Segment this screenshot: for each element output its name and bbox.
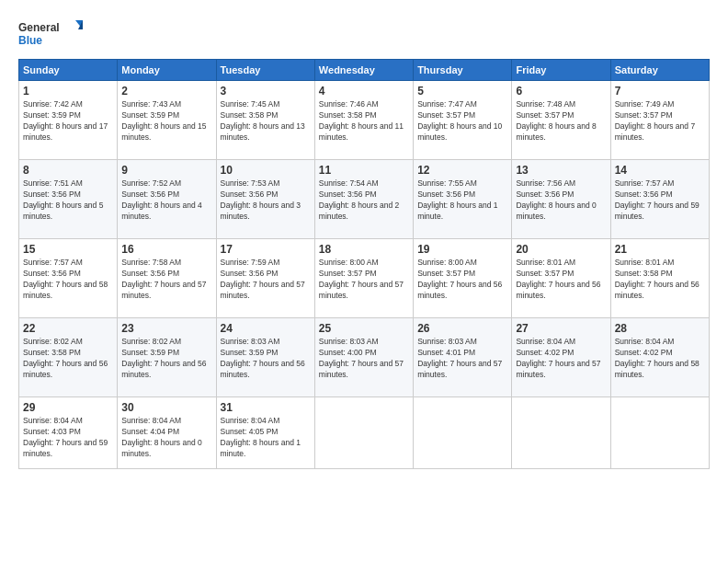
day-number: 31	[221, 401, 311, 414]
day-number: 23	[121, 322, 211, 335]
calendar-cell: 21Sunrise: 8:01 AMSunset: 3:58 PMDayligh…	[610, 239, 709, 318]
day-number: 21	[615, 243, 705, 256]
day-info: Sunrise: 8:04 AMSunset: 4:03 PMDaylight:…	[23, 416, 113, 460]
calendar-cell	[414, 397, 512, 469]
day-info: Sunrise: 8:03 AMSunset: 3:59 PMDaylight:…	[221, 337, 311, 381]
calendar-cell: 10Sunrise: 7:53 AMSunset: 3:56 PMDayligh…	[216, 160, 314, 239]
day-info: Sunrise: 7:42 AMSunset: 3:59 PMDaylight:…	[23, 99, 113, 144]
day-number: 6	[516, 85, 606, 98]
calendar-cell: 5Sunrise: 7:47 AMSunset: 3:57 PMDaylight…	[414, 81, 512, 160]
day-number: 28	[615, 322, 705, 335]
day-number: 13	[516, 164, 606, 177]
day-number: 27	[516, 322, 606, 335]
calendar-cell: 17Sunrise: 7:59 AMSunset: 3:56 PMDayligh…	[216, 239, 314, 318]
day-info: Sunrise: 7:52 AMSunset: 3:56 PMDaylight:…	[121, 178, 211, 223]
day-number: 20	[516, 243, 606, 256]
day-info: Sunrise: 7:57 AMSunset: 3:56 PMDaylight:…	[23, 258, 113, 302]
day-info: Sunrise: 8:02 AMSunset: 3:58 PMDaylight:…	[23, 337, 113, 381]
calendar-cell: 4Sunrise: 7:46 AMSunset: 3:58 PMDaylight…	[314, 81, 413, 160]
weekday-monday: Monday	[118, 60, 216, 81]
day-info: Sunrise: 8:04 AMSunset: 4:05 PMDaylight:…	[221, 416, 311, 460]
calendar-week-1: 1Sunrise: 7:42 AMSunset: 3:59 PMDaylight…	[19, 81, 710, 160]
calendar-cell: 20Sunrise: 8:01 AMSunset: 3:57 PMDayligh…	[512, 239, 610, 318]
calendar-week-4: 22Sunrise: 8:02 AMSunset: 3:58 PMDayligh…	[19, 318, 710, 397]
calendar-cell: 19Sunrise: 8:00 AMSunset: 3:57 PMDayligh…	[414, 239, 512, 318]
day-info: Sunrise: 8:00 AMSunset: 3:57 PMDaylight:…	[319, 258, 409, 302]
day-info: Sunrise: 8:04 AMSunset: 4:02 PMDaylight:…	[615, 337, 705, 381]
calendar-cell: 28Sunrise: 8:04 AMSunset: 4:02 PMDayligh…	[610, 318, 709, 397]
day-info: Sunrise: 7:46 AMSunset: 3:58 PMDaylight:…	[319, 99, 409, 144]
day-info: Sunrise: 7:53 AMSunset: 3:56 PMDaylight:…	[221, 178, 311, 223]
day-info: Sunrise: 7:56 AMSunset: 3:56 PMDaylight:…	[516, 178, 606, 223]
weekday-wednesday: Wednesday	[314, 60, 413, 81]
calendar-cell: 3Sunrise: 7:45 AMSunset: 3:58 PMDaylight…	[216, 81, 314, 160]
day-number: 24	[221, 322, 311, 335]
day-number: 9	[121, 164, 211, 177]
calendar-week-3: 15Sunrise: 7:57 AMSunset: 3:56 PMDayligh…	[19, 239, 710, 318]
day-number: 3	[221, 85, 311, 98]
day-number: 30	[121, 401, 211, 414]
day-info: Sunrise: 8:04 AMSunset: 4:04 PMDaylight:…	[121, 416, 211, 460]
calendar-cell: 23Sunrise: 8:02 AMSunset: 3:59 PMDayligh…	[118, 318, 216, 397]
calendar-cell: 2Sunrise: 7:43 AMSunset: 3:59 PMDaylight…	[118, 81, 216, 160]
weekday-thursday: Thursday	[414, 60, 512, 81]
day-info: Sunrise: 7:57 AMSunset: 3:56 PMDaylight:…	[615, 178, 705, 223]
day-number: 1	[23, 85, 113, 98]
calendar-cell	[314, 397, 413, 469]
weekday-friday: Friday	[512, 60, 610, 81]
page: General Blue SundayMondayTuesdayWednesda…	[0, 0, 728, 563]
day-info: Sunrise: 7:51 AMSunset: 3:56 PMDaylight:…	[23, 178, 113, 223]
day-number: 5	[417, 85, 507, 98]
calendar-cell: 6Sunrise: 7:48 AMSunset: 3:57 PMDaylight…	[512, 81, 610, 160]
weekday-sunday: Sunday	[19, 60, 118, 81]
day-info: Sunrise: 7:49 AMSunset: 3:57 PMDaylight:…	[615, 99, 705, 144]
day-info: Sunrise: 7:59 AMSunset: 3:56 PMDaylight:…	[221, 258, 311, 302]
calendar-cell: 31Sunrise: 8:04 AMSunset: 4:05 PMDayligh…	[216, 397, 314, 469]
calendar-cell: 13Sunrise: 7:56 AMSunset: 3:56 PMDayligh…	[512, 160, 610, 239]
calendar-cell: 24Sunrise: 8:03 AMSunset: 3:59 PMDayligh…	[216, 318, 314, 397]
day-number: 17	[221, 243, 311, 256]
calendar-header: SundayMondayTuesdayWednesdayThursdayFrid…	[19, 60, 710, 81]
logo-svg: General Blue	[18, 17, 83, 52]
svg-text:General: General	[18, 21, 60, 34]
calendar-week-5: 29Sunrise: 8:04 AMSunset: 4:03 PMDayligh…	[19, 397, 710, 469]
day-info: Sunrise: 8:00 AMSunset: 3:57 PMDaylight:…	[417, 258, 507, 302]
calendar-body: 1Sunrise: 7:42 AMSunset: 3:59 PMDaylight…	[19, 81, 710, 469]
logo: General Blue	[18, 17, 83, 52]
day-info: Sunrise: 8:04 AMSunset: 4:02 PMDaylight:…	[516, 337, 606, 381]
day-number: 26	[417, 322, 507, 335]
calendar-cell: 9Sunrise: 7:52 AMSunset: 3:56 PMDaylight…	[118, 160, 216, 239]
day-number: 4	[319, 85, 409, 98]
day-info: Sunrise: 7:48 AMSunset: 3:57 PMDaylight:…	[516, 99, 606, 144]
calendar-cell: 1Sunrise: 7:42 AMSunset: 3:59 PMDaylight…	[19, 81, 118, 160]
day-number: 22	[23, 322, 113, 335]
day-number: 10	[221, 164, 311, 177]
calendar-cell: 11Sunrise: 7:54 AMSunset: 3:56 PMDayligh…	[314, 160, 413, 239]
day-number: 16	[121, 243, 211, 256]
calendar-cell	[512, 397, 610, 469]
calendar-cell: 15Sunrise: 7:57 AMSunset: 3:56 PMDayligh…	[19, 239, 118, 318]
calendar-cell: 22Sunrise: 8:02 AMSunset: 3:58 PMDayligh…	[19, 318, 118, 397]
day-number: 29	[23, 401, 113, 414]
header: General Blue	[18, 17, 710, 52]
calendar-cell: 7Sunrise: 7:49 AMSunset: 3:57 PMDaylight…	[610, 81, 709, 160]
calendar-cell: 30Sunrise: 8:04 AMSunset: 4:04 PMDayligh…	[118, 397, 216, 469]
day-number: 2	[121, 85, 211, 98]
svg-text:Blue: Blue	[18, 34, 42, 47]
day-info: Sunrise: 7:54 AMSunset: 3:56 PMDaylight:…	[319, 178, 409, 223]
calendar-cell: 8Sunrise: 7:51 AMSunset: 3:56 PMDaylight…	[19, 160, 118, 239]
day-info: Sunrise: 8:03 AMSunset: 4:00 PMDaylight:…	[319, 337, 409, 381]
day-number: 18	[319, 243, 409, 256]
day-number: 19	[417, 243, 507, 256]
day-number: 8	[23, 164, 113, 177]
calendar-cell: 29Sunrise: 8:04 AMSunset: 4:03 PMDayligh…	[19, 397, 118, 469]
day-info: Sunrise: 8:01 AMSunset: 3:57 PMDaylight:…	[516, 258, 606, 302]
calendar-cell	[610, 397, 709, 469]
day-number: 7	[615, 85, 705, 98]
calendar-cell: 14Sunrise: 7:57 AMSunset: 3:56 PMDayligh…	[610, 160, 709, 239]
calendar-cell: 18Sunrise: 8:00 AMSunset: 3:57 PMDayligh…	[314, 239, 413, 318]
weekday-tuesday: Tuesday	[216, 60, 314, 81]
day-info: Sunrise: 7:45 AMSunset: 3:58 PMDaylight:…	[221, 99, 311, 144]
day-info: Sunrise: 7:55 AMSunset: 3:56 PMDaylight:…	[417, 178, 507, 223]
calendar-cell: 26Sunrise: 8:03 AMSunset: 4:01 PMDayligh…	[414, 318, 512, 397]
